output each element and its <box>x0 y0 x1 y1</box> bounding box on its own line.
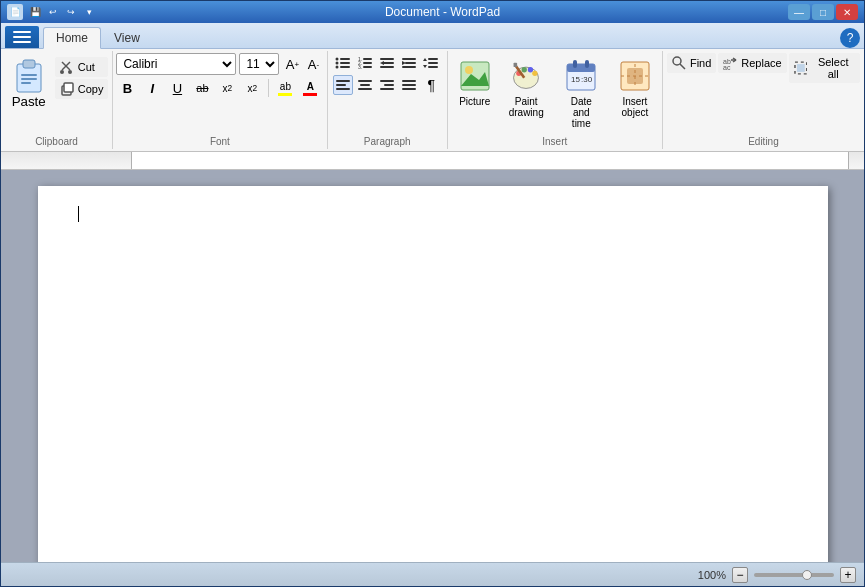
font-size-select[interactable]: 8 9 10 11 12 14 16 <box>239 53 279 75</box>
svg-rect-47 <box>380 88 394 90</box>
font-family-select[interactable]: Calibri Arial Times New Roman <box>116 53 236 75</box>
paint-drawing-button[interactable]: Paintdrawing <box>502 53 551 123</box>
svg-rect-35 <box>428 62 438 64</box>
document-page[interactable] <box>38 186 828 562</box>
picture-label: Picture <box>459 96 490 107</box>
separator1 <box>268 79 269 97</box>
svg-rect-49 <box>402 84 416 86</box>
bold-button[interactable]: B <box>116 77 138 99</box>
justify-button[interactable] <box>399 75 419 95</box>
font-shrink-button[interactable]: A- <box>303 54 323 74</box>
svg-marker-33 <box>402 61 406 65</box>
align-left-button[interactable] <box>333 75 353 95</box>
insert-object-button[interactable]: Insertobject <box>612 53 658 123</box>
quick-redo-button[interactable]: ↪ <box>63 4 79 20</box>
svg-rect-21 <box>363 58 372 60</box>
picture-button[interactable]: Picture <box>452 53 498 112</box>
svg-rect-42 <box>358 80 372 82</box>
maximize-button[interactable]: □ <box>812 4 834 20</box>
svg-rect-13 <box>64 83 73 92</box>
align-left-icon <box>335 77 351 93</box>
numbering-button[interactable]: 1. 2. 3. <box>355 53 375 73</box>
italic-button[interactable]: I <box>141 77 163 99</box>
svg-rect-34 <box>428 58 438 60</box>
font-group: Calibri Arial Times New Roman 8 9 10 11 … <box>113 51 328 149</box>
svg-rect-26 <box>380 58 394 60</box>
svg-rect-17 <box>340 62 350 64</box>
select-all-label: Select all <box>811 56 855 80</box>
window-controls: — □ ✕ <box>788 4 858 20</box>
svg-rect-31 <box>405 62 416 64</box>
close-button[interactable]: ✕ <box>836 4 858 20</box>
strikethrough-button[interactable]: ab <box>191 77 213 99</box>
zoom-out-button[interactable]: − <box>732 567 748 583</box>
file-menu-button[interactable] <box>5 26 39 48</box>
paragraph-mark-button[interactable]: ¶ <box>421 75 441 95</box>
svg-rect-32 <box>402 66 416 68</box>
quick-undo-button[interactable]: ↩ <box>45 4 61 20</box>
zoom-slider[interactable] <box>754 573 834 577</box>
quick-save-button[interactable]: 💾 <box>27 4 43 20</box>
bullets-button[interactable] <box>333 53 353 73</box>
svg-rect-23 <box>363 62 372 64</box>
insert-group-content: Picture <box>452 53 658 134</box>
replace-label: Replace <box>741 57 781 69</box>
align-right-button[interactable] <box>377 75 397 95</box>
font-row1: Calibri Arial Times New Roman 8 9 10 11 … <box>116 53 323 75</box>
font-color-button[interactable]: A <box>299 77 321 99</box>
svg-marker-38 <box>423 65 427 68</box>
zoom-in-button[interactable]: + <box>840 567 856 583</box>
svg-point-58 <box>532 71 537 76</box>
svg-rect-5 <box>21 74 37 76</box>
subscript-button[interactable]: x2 <box>216 77 238 99</box>
copy-button[interactable]: Copy <box>55 79 109 99</box>
line-spacing-button[interactable] <box>421 53 441 73</box>
tab-home[interactable]: Home <box>43 27 101 49</box>
svg-rect-43 <box>360 84 370 86</box>
date-time-icon: 15 :30 <box>565 58 597 94</box>
svg-marker-37 <box>423 58 427 61</box>
svg-rect-64 <box>585 60 589 68</box>
underline-button[interactable]: U <box>166 77 188 99</box>
decrease-indent-button[interactable] <box>377 53 397 73</box>
editing-group-content: Find ab ac Replace <box>667 53 860 134</box>
select-all-button[interactable]: Select all <box>789 53 860 83</box>
insert-object-icon <box>619 58 651 94</box>
font-label: Font <box>117 134 323 149</box>
align-center-button[interactable] <box>355 75 375 95</box>
font-grow-button[interactable]: A+ <box>282 54 302 74</box>
find-button[interactable]: Find <box>667 53 716 73</box>
svg-point-16 <box>336 62 339 65</box>
date-time-button[interactable]: 15 :30 Date andtime <box>555 53 608 134</box>
paragraph-group: 1. 2. 3. <box>328 51 448 149</box>
highlight-button[interactable]: ab <box>274 77 296 99</box>
paste-button[interactable]: Paste <box>5 53 53 114</box>
tab-view[interactable]: View <box>101 26 153 48</box>
zoom-thumb[interactable] <box>802 570 812 580</box>
help-button[interactable]: ? <box>840 28 860 48</box>
clipboard-group-content: Paste Cut <box>5 53 109 134</box>
paragraph-group-content: 1. 2. 3. <box>333 53 441 134</box>
superscript-button[interactable]: x2 <box>241 77 263 99</box>
cut-copy-buttons: Cut Copy <box>55 53 109 99</box>
quick-dropdown-button[interactable]: ▾ <box>81 4 97 20</box>
minimize-button[interactable]: — <box>788 4 810 20</box>
ribbon-tab-bar: Home View ? <box>1 23 864 49</box>
insert-object-label: Insertobject <box>622 96 649 118</box>
replace-button[interactable]: ab ac Replace <box>718 53 786 73</box>
cut-button[interactable]: Cut <box>55 57 109 77</box>
align-right-icon <box>379 77 395 93</box>
status-bar: 100% − + <box>1 562 864 586</box>
ribbon: Home View ? <box>1 23 864 152</box>
editing-label: Editing <box>667 134 860 149</box>
svg-rect-44 <box>358 88 372 90</box>
find-icon <box>672 56 686 70</box>
increase-indent-button[interactable] <box>399 53 419 73</box>
clipboard-group: Paste Cut <box>1 51 113 149</box>
svg-rect-25 <box>363 66 372 68</box>
font-group-content: Calibri Arial Times New Roman 8 9 10 11 … <box>116 53 323 134</box>
font-color-bar <box>303 93 317 96</box>
document-area[interactable] <box>1 170 864 562</box>
copy-icon <box>60 82 74 96</box>
svg-point-56 <box>522 67 527 72</box>
